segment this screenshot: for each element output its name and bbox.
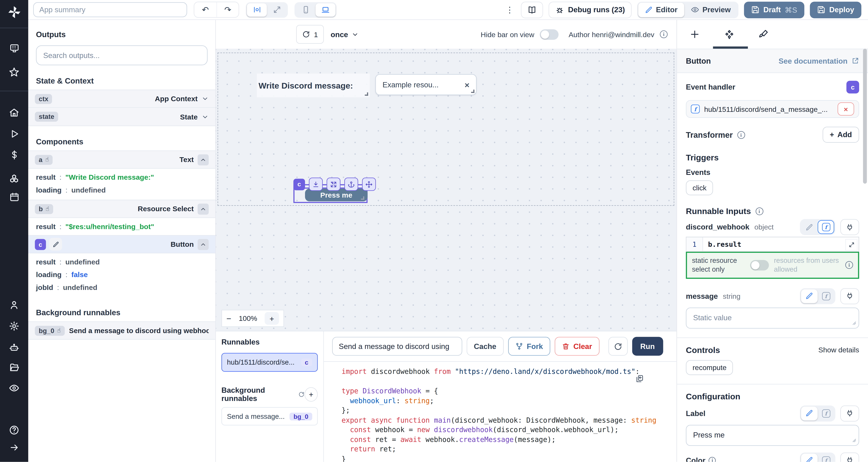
app-summary-input[interactable] (33, 2, 187, 17)
connect-function-icon[interactable]: f (817, 220, 834, 234)
zoom-in-button[interactable]: + (265, 312, 279, 325)
static-pencil-icon[interactable] (801, 453, 818, 462)
schedules-calendar-icon[interactable] (0, 192, 28, 202)
apps-icon[interactable] (0, 43, 28, 53)
message-static-value-input[interactable] (686, 307, 859, 328)
undo-button[interactable]: ↶ (194, 2, 216, 17)
label-value-input[interactable] (686, 425, 859, 446)
see-documentation-link[interactable]: See documentation (779, 57, 859, 65)
component-row-c-selected[interactable]: c Button (28, 235, 215, 253)
zoom-out-button[interactable]: − (226, 314, 231, 323)
component-row-b[interactable]: b☝ Resource Select (28, 200, 215, 218)
redo-button[interactable]: ↷ (216, 2, 239, 17)
mobile-icon[interactable] (296, 3, 315, 16)
edit-pencil-icon[interactable] (49, 238, 62, 251)
settings-gear-icon[interactable] (0, 321, 28, 331)
info-icon[interactable]: i (709, 457, 716, 462)
maximize-icon[interactable] (327, 177, 341, 191)
run-button[interactable]: Run (632, 337, 663, 356)
info-icon[interactable]: i (755, 207, 763, 215)
windmill-logo[interactable] (0, 5, 28, 20)
remove-runnable-button[interactable]: × (837, 102, 854, 116)
anchor-icon[interactable] (344, 177, 358, 191)
runnable-picker[interactable]: f hub/1511/discord/send_a_message_... × (686, 100, 859, 118)
audit-eye-icon[interactable] (0, 383, 28, 393)
fork-button[interactable]: Fork (508, 337, 550, 356)
bg-runnable-item[interactable]: Send a message... bg_0 (221, 407, 318, 425)
tab-styling-brush-icon[interactable] (756, 23, 771, 45)
clear-selection-icon[interactable]: × (465, 80, 469, 89)
desktop-icon[interactable] (315, 3, 335, 16)
move-icon[interactable] (362, 177, 376, 191)
resize-grip-icon[interactable] (851, 437, 857, 442)
deploy-button[interactable]: Deploy (810, 1, 861, 18)
code-editor[interactable]: import discordwebhook from "https://deno… (324, 361, 677, 462)
draft-button[interactable]: Draft⌘S (744, 1, 804, 18)
refresh-count-button[interactable]: 1 (296, 25, 324, 44)
tab-settings-component-icon[interactable] (721, 23, 737, 45)
connect-function-icon[interactable]: f (817, 289, 834, 303)
fullscreen-icon[interactable] (267, 3, 287, 16)
user-icon[interactable] (0, 300, 28, 310)
chevron-down-icon[interactable] (202, 95, 209, 102)
plug-icon[interactable] (840, 219, 859, 235)
runs-play-icon[interactable] (0, 129, 28, 139)
resize-grip-icon[interactable] (851, 320, 857, 325)
cache-button[interactable]: Cache (467, 337, 503, 356)
info-icon[interactable]: i (737, 131, 745, 139)
output-row-state[interactable]: state State (28, 108, 215, 126)
app-canvas[interactable]: Write Discord message: Example resou... … (216, 48, 676, 331)
event-click-chip[interactable]: click (686, 180, 713, 195)
collapse-chevron-up-icon[interactable] (198, 203, 209, 214)
more-menu-icon[interactable]: ⋮ (504, 5, 516, 15)
docs-book-button[interactable] (521, 1, 543, 18)
collapse-chevron-up-icon[interactable] (198, 154, 209, 165)
connected-expression-editor[interactable]: 1 b.result (686, 237, 859, 252)
component-a-badge[interactable]: a☝ (35, 155, 53, 165)
resize-handle[interactable] (361, 196, 364, 200)
scrollbar-thumb[interactable] (863, 48, 867, 184)
output-row-ctx[interactable]: ctx App Context (28, 90, 215, 108)
runnable-item-selected[interactable]: hub/1511/discord/se... c (221, 353, 318, 372)
recompute-chip[interactable]: recompute (686, 360, 733, 375)
resources-boxes-icon[interactable] (0, 174, 28, 184)
resources-from-users-toggle[interactable] (750, 260, 769, 270)
connect-function-icon[interactable]: f (817, 453, 834, 462)
tab-preview[interactable]: Preview (684, 2, 737, 17)
chevron-down-icon[interactable] (202, 113, 209, 120)
folders-icon[interactable] (0, 362, 28, 373)
home-icon[interactable] (0, 107, 28, 118)
connect-function-icon[interactable]: f (817, 406, 834, 420)
plug-icon[interactable] (840, 452, 859, 462)
search-outputs-input[interactable] (36, 45, 208, 65)
debug-runs-button[interactable]: Debug runs (23) (549, 1, 632, 18)
copy-code-icon[interactable] (635, 374, 644, 383)
tab-insert-plus-icon[interactable] (687, 23, 703, 45)
component-b-badge[interactable]: b☝ (35, 204, 53, 214)
info-icon[interactable]: i (660, 31, 668, 38)
add-background-runnable-button[interactable]: + (304, 387, 318, 402)
text-component[interactable]: Write Discord message: (257, 73, 370, 97)
center-layout-toggle[interactable] (247, 3, 267, 16)
resize-handle[interactable] (471, 90, 474, 93)
static-pencil-icon[interactable] (801, 220, 818, 234)
show-details-link[interactable]: Show details (818, 345, 859, 354)
favorites-star-icon[interactable] (0, 67, 28, 77)
background-runnable-row[interactable]: bg_0☝ Send a message to discord using we… (28, 322, 215, 340)
collapse-chevron-up-icon[interactable] (198, 239, 209, 250)
workers-robot-icon[interactable] (0, 342, 28, 353)
static-pencil-icon[interactable] (801, 406, 818, 420)
variables-dollar-icon[interactable] (0, 150, 28, 160)
runnable-name-input[interactable] (332, 337, 462, 356)
resource-select-component[interactable]: Example resou... × (375, 74, 476, 95)
add-transformer-button[interactable]: +Add (823, 127, 859, 143)
refresh-button[interactable] (608, 337, 627, 356)
static-pencil-icon[interactable] (801, 289, 818, 303)
expand-editor-icon[interactable] (845, 239, 858, 251)
tab-editor[interactable]: Editor (638, 2, 684, 17)
hide-bar-toggle[interactable] (540, 29, 559, 39)
bg0-badge[interactable]: bg_0☝ (35, 326, 65, 335)
help-icon[interactable] (0, 425, 28, 435)
clear-button[interactable]: Clear (555, 337, 599, 356)
run-mode-dropdown[interactable]: once (331, 30, 359, 38)
